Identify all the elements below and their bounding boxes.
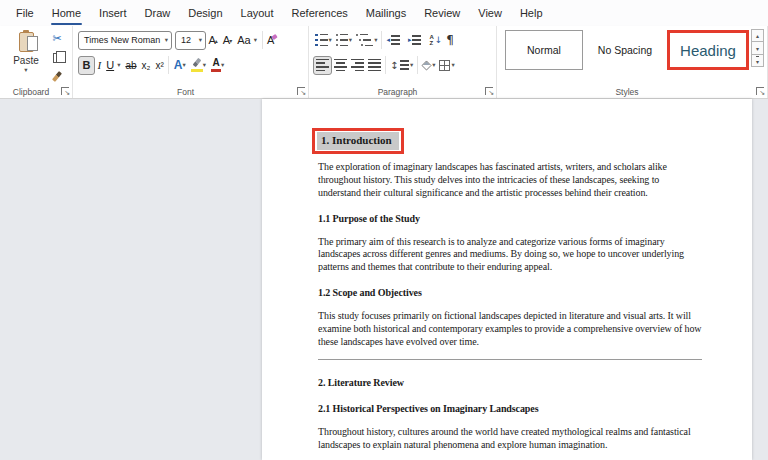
highlighter-icon — [191, 58, 203, 72]
format-painter-button[interactable] — [48, 68, 66, 85]
paste-button[interactable]: Paste ▾ — [6, 30, 46, 92]
intro-heading-annotation-box: 1. Introduction — [312, 128, 404, 154]
divider — [262, 31, 263, 49]
doc-subheading[interactable]: 1.1 Purpose of the Study — [318, 213, 702, 226]
bold-button[interactable]: B — [78, 56, 95, 75]
justify-button[interactable] — [366, 56, 383, 75]
clipboard-dialog-launcher[interactable]: ↘ — [61, 87, 69, 95]
chevron-up-icon: ▴ — [215, 37, 218, 44]
paragraph-group-label: Paragraph — [309, 87, 486, 97]
font-color-icon: A — [211, 58, 221, 72]
underline-button[interactable]: U ▾ — [104, 56, 123, 75]
change-case-icon: Aa — [237, 34, 250, 46]
document-page[interactable]: 1. Introduction The exploration of imagi… — [262, 99, 752, 460]
sort-icon: AZ↓ — [429, 34, 442, 46]
launcher-arrow-icon: ↘ — [488, 90, 494, 97]
styles-dialog-launcher[interactable]: ↘ — [756, 87, 764, 95]
tab-home[interactable]: Home — [43, 0, 90, 26]
justify-icon — [368, 59, 381, 72]
sort-button[interactable]: AZ↓ — [427, 31, 444, 50]
doc-subheading[interactable]: 1.2 Scope and Objectives — [318, 287, 702, 300]
chevron-down-icon: ▾ — [203, 61, 206, 69]
launcher-arrow-icon: ↘ — [300, 90, 306, 97]
subscript-button[interactable]: x₂ — [139, 56, 153, 75]
doc-subheading[interactable]: 2.1 Historical Perspectives on Imaginary… — [318, 403, 702, 416]
chevron-down-icon: ▾ — [432, 61, 435, 69]
tab-view[interactable]: View — [469, 0, 511, 26]
decrease-indent-icon: ◂ — [386, 35, 404, 44]
tab-mailings[interactable]: Mailings — [357, 0, 415, 26]
doc-heading-introduction[interactable]: 1. Introduction — [317, 132, 399, 150]
line-spacing-icon: ↕ — [390, 60, 409, 71]
doc-paragraph[interactable]: Throughout history, cultures around the … — [318, 426, 702, 452]
divider — [385, 56, 386, 74]
bullet-list-button[interactable]: ▾ — [313, 31, 334, 50]
bullet-list-icon — [315, 34, 328, 47]
multilevel-list-button[interactable]: ▾ — [354, 31, 379, 50]
font-name-value: Times New Roman — [84, 35, 160, 45]
tab-draw[interactable]: Draw — [136, 0, 180, 26]
section-divider-line — [318, 359, 702, 360]
decrease-indent-button[interactable]: ◂ — [384, 31, 406, 50]
chevron-down-icon: ▾ — [24, 66, 27, 74]
font-color-button[interactable]: A▾ — [209, 56, 227, 75]
styles-scroll-up-button[interactable]: ▴ — [751, 29, 764, 42]
doc-paragraph[interactable]: The primary aim of this research is to a… — [318, 236, 702, 275]
line-spacing-button[interactable]: ↕▾ — [388, 56, 415, 75]
font-size-select[interactable]: 12 ▾ — [175, 31, 206, 50]
document-content: 1. Introduction The exploration of imagi… — [262, 99, 752, 460]
font-size-value: 12 — [181, 35, 191, 45]
text-effects-button[interactable]: A▾ — [171, 56, 188, 75]
font-dialog-launcher[interactable]: ↘ — [297, 87, 305, 95]
shrink-font-button[interactable]: A▾ — [220, 31, 234, 50]
font-group: Times New Roman ▾ 12 ▾ A▴ A▾ Aa ▾ A B I … — [73, 26, 309, 98]
copy-button[interactable] — [48, 49, 66, 66]
cut-button[interactable]: ✂ — [48, 30, 66, 47]
multilevel-list-icon — [356, 34, 373, 47]
tab-review[interactable]: Review — [415, 0, 469, 26]
grow-font-button[interactable]: A▴ — [206, 31, 220, 50]
show-hide-marks-button[interactable]: ¶ — [444, 31, 456, 50]
style-heading-annotated[interactable]: Heading — [667, 30, 749, 70]
chevron-down-icon: ▾ — [374, 36, 377, 44]
numbered-list-button[interactable]: ▾ — [334, 31, 354, 50]
doc-paragraph[interactable]: The exploration of imaginary landscapes … — [318, 161, 702, 200]
clear-formatting-button[interactable]: A — [265, 31, 280, 50]
style-no-spacing[interactable]: No Spacing — [591, 30, 659, 70]
chevron-down-icon: ▾ — [451, 61, 454, 69]
doc-subheading[interactable]: 2. Literature Review — [318, 377, 702, 390]
strikethrough-button[interactable]: ab — [123, 56, 139, 75]
font-name-select[interactable]: Times New Roman ▾ — [78, 31, 172, 50]
align-left-icon — [316, 59, 329, 72]
tab-file[interactable]: File — [7, 0, 43, 26]
tab-design[interactable]: Design — [179, 0, 231, 26]
change-case-button[interactable]: Aa ▾ — [235, 31, 260, 50]
chevron-down-icon: ▾ — [329, 36, 332, 44]
superscript-button[interactable]: x² — [153, 56, 166, 75]
gallery-more-icon: ▾ — [756, 56, 759, 65]
paste-clipboard-icon — [19, 32, 34, 52]
chevron-up-icon: ▴ — [756, 32, 759, 39]
shading-bucket-icon — [422, 60, 432, 70]
tab-help[interactable]: Help — [511, 0, 552, 26]
borders-button[interactable]: ▾ — [437, 56, 456, 75]
chevron-down-icon: ▾ — [196, 36, 202, 44]
increase-indent-button[interactable]: ▸ — [406, 31, 428, 50]
pilcrow-icon: ¶ — [446, 33, 454, 47]
tab-insert[interactable]: Insert — [90, 0, 136, 26]
align-left-button[interactable] — [313, 56, 332, 75]
highlight-color-button[interactable]: ▾ — [188, 56, 208, 75]
underline-icon: U — [106, 59, 114, 71]
paragraph-dialog-launcher[interactable]: ↘ — [485, 87, 493, 95]
tab-references[interactable]: References — [283, 0, 357, 26]
styles-scroll-down-button[interactable]: ▾ — [751, 41, 764, 54]
doc-paragraph[interactable]: This study focuses primarily on fictiona… — [318, 310, 702, 349]
align-center-button[interactable] — [332, 56, 349, 75]
align-right-icon — [351, 59, 364, 72]
styles-gallery-more-button[interactable]: ▾ — [751, 54, 764, 67]
align-right-button[interactable] — [349, 56, 366, 75]
italic-button[interactable]: I — [95, 56, 104, 75]
shading-button[interactable]: ▾ — [420, 56, 437, 75]
tab-layout[interactable]: Layout — [232, 0, 283, 26]
style-normal[interactable]: Normal — [505, 30, 583, 70]
